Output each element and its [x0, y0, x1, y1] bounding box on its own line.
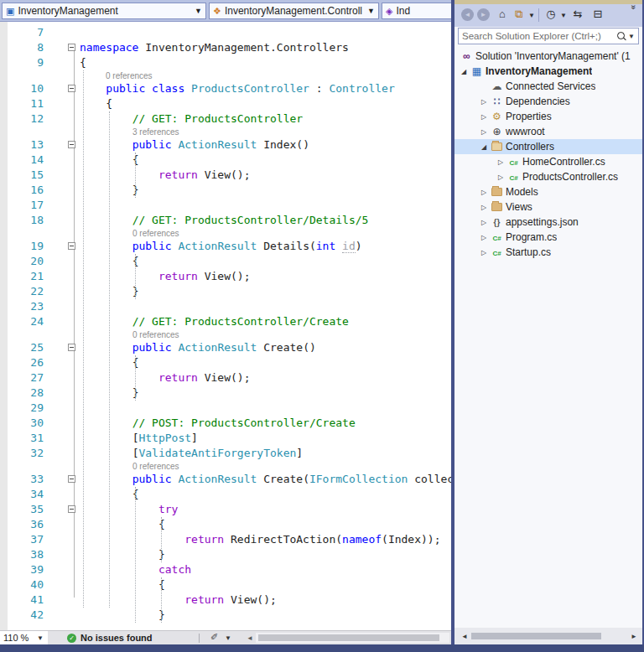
code-text: // POST: ProductsController/Create [80, 416, 356, 431]
code-text: public ActionResult Index() [80, 137, 309, 153]
expand-arrow-icon[interactable]: ▷ [478, 204, 490, 211]
chevron-down-icon[interactable]: ▼ [560, 12, 567, 19]
code-line: 23 [0, 299, 451, 314]
issues-status[interactable]: No issues found [80, 633, 153, 643]
tree-item-wwwroot[interactable]: ▷⊕wwwroot [454, 124, 642, 139]
code-lines: 78namespace InventoryManagement.Controll… [0, 25, 451, 623]
scrollbar-thumb[interactable] [258, 634, 439, 641]
forward-icon[interactable]: ► [477, 8, 490, 21]
fold-collapse-button[interactable] [68, 475, 75, 483]
tree-item-solution-inventorymanagement-1[interactable]: ∞Solution 'InventoryManagement' (1 [454, 49, 642, 64]
line-number: 8 [0, 40, 44, 55]
code-text: catch [80, 562, 191, 577]
tree-item-homecontroller-cs[interactable]: ▷C#HomeController.cs [454, 154, 642, 169]
divider [199, 634, 200, 643]
home-icon[interactable]: ⌂ [495, 8, 510, 20]
codelens-references[interactable]: 3 references [80, 127, 451, 137]
expand-arrow-icon[interactable]: ▷ [478, 189, 490, 196]
switch-view-icon[interactable]: ⧉ [512, 8, 527, 21]
tree-item-controllers[interactable]: ◢Controllers [454, 139, 642, 154]
search-icon[interactable] [615, 31, 626, 42]
codelens-references[interactable]: 0 references [80, 70, 451, 81]
code-line: 37 return RedirectToAction(nameof(Index)… [0, 532, 451, 547]
expand-arrow-icon[interactable]: ▷ [478, 219, 490, 226]
code-line: 28 } [0, 386, 451, 401]
scroll-left-arrow[interactable]: ◄ [247, 634, 253, 642]
code-text: [ValidateAntiForgeryToken] [80, 446, 303, 461]
tree-item-label: Models [504, 186, 538, 198]
expand-arrow-icon[interactable]: ▷ [495, 173, 506, 181]
search-input[interactable]: Search Solution Explorer (Ctrl+;) ▼ [458, 28, 639, 44]
visual-studio-window: ▣ InventoryManagement ▼ ❖ InventoryManag… [0, 0, 644, 652]
code-line: 22 } [0, 284, 451, 299]
expand-arrow-icon[interactable]: ▷ [478, 249, 490, 256]
codelens-references[interactable]: 0 references [80, 329, 451, 340]
code-line: 12 // GET: ProductsController [0, 111, 451, 127]
fold-collapse-button[interactable] [68, 141, 75, 148]
code-line: 24 // GET: ProductsController/Create [0, 314, 451, 329]
tree-item-productscontroller-cs[interactable]: ▷C#ProductsController.cs [454, 169, 642, 184]
overflow-icon[interactable]: » [629, 0, 638, 15]
fold-collapse-button[interactable] [68, 505, 75, 513]
expand-arrow-icon[interactable]: ▷ [478, 234, 490, 241]
project-dropdown[interactable]: ▣ InventoryManagement ▼ [2, 3, 206, 19]
collapse-arrow-icon[interactable]: ◢ [478, 143, 490, 151]
scroll-right-arrow[interactable]: ► [631, 633, 637, 640]
chevron-down-icon[interactable]: ▼ [528, 12, 535, 19]
solution-explorer-horizontal-scrollbar[interactable]: ◄ ► [454, 628, 642, 644]
codelens-references[interactable]: 0 references [80, 228, 451, 239]
tree-item-startup-cs[interactable]: ▷C#Startup.cs [454, 245, 642, 260]
expand-arrow-icon[interactable]: ▷ [478, 113, 490, 121]
scroll-left-arrow[interactable]: ◄ [461, 633, 468, 640]
tree-item-connected-services[interactable]: ☁Connected Services [454, 79, 642, 94]
code-text: public ActionResult Details(int id) [80, 239, 362, 254]
chevron-down-icon[interactable]: ▼ [628, 33, 635, 40]
code-editor[interactable]: 78namespace InventoryManagement.Controll… [0, 22, 451, 630]
scrollbar-thumb[interactable] [471, 633, 601, 639]
tree-item-appsettings-json[interactable]: ▷{}appsettings.json [454, 215, 642, 230]
code-line: 35 try [0, 502, 451, 517]
code-line: 39 catch [0, 562, 451, 577]
codelens-references[interactable]: 0 references [80, 461, 451, 472]
chevron-down-icon[interactable]: ▼ [225, 634, 231, 642]
back-icon[interactable]: ◄ [461, 8, 474, 21]
fold-collapse-button[interactable] [68, 44, 75, 51]
collapse-arrow-icon[interactable]: ◢ [458, 68, 470, 75]
fold-collapse-button[interactable] [68, 242, 75, 250]
tree-item-models[interactable]: ▷Models [454, 184, 642, 199]
history-filter-icon[interactable]: ◷ [543, 8, 558, 20]
line-number: 32 [0, 446, 44, 461]
globe-icon: ⊕ [490, 126, 504, 137]
expand-arrow-icon[interactable]: ▷ [478, 128, 490, 136]
fold-collapse-button[interactable] [68, 344, 75, 351]
csharp-icon: C# [506, 157, 521, 167]
editor-pane: ▣ InventoryManagement ▼ ❖ InventoryManag… [0, 0, 451, 644]
tree-item-views[interactable]: ▷Views [454, 199, 642, 215]
type-dropdown[interactable]: ❖ InventoryManagement.Controllers.Produ … [209, 3, 379, 19]
code-line: 17 [0, 198, 451, 213]
csharp-icon: C# [506, 172, 521, 182]
line-number: 34 [0, 487, 44, 502]
fold-collapse-button[interactable] [68, 85, 75, 92]
expand-arrow-icon[interactable]: ▷ [495, 158, 506, 166]
horizontal-scrollbar[interactable] [256, 633, 449, 643]
collapse-all-icon[interactable]: ⊟ [590, 8, 605, 20]
expand-arrow-icon[interactable]: ▷ [478, 98, 490, 106]
line-number: 18 [0, 213, 44, 228]
formatting-icon[interactable]: ✐ [210, 632, 218, 643]
code-line: 19 public ActionResult Details(int id) [0, 239, 451, 254]
code-text: return View(); [80, 269, 251, 284]
editor-navigation-bar: ▣ InventoryManagement ▼ ❖ InventoryManag… [0, 0, 451, 22]
line-number: 41 [0, 592, 44, 608]
dependencies-icon: ∷ [490, 96, 504, 107]
tree-item-inventorymanagement[interactable]: ◢▦InventoryManagement [454, 64, 642, 79]
code-line: 29 [0, 401, 451, 416]
zoom-control[interactable]: 110 % ▼ [0, 631, 48, 644]
tree-item-properties[interactable]: ▷⚙Properties [454, 109, 642, 124]
sync-with-active-document-icon[interactable]: ⇆ [570, 8, 585, 20]
line-number: 23 [0, 299, 44, 314]
chevron-down-icon: ▼ [195, 7, 202, 15]
tree-item-program-cs[interactable]: ▷C#Program.cs [454, 230, 642, 245]
member-dropdown[interactable]: ◈ Ind [382, 3, 451, 19]
tree-item-dependencies[interactable]: ▷∷Dependencies [454, 94, 642, 109]
